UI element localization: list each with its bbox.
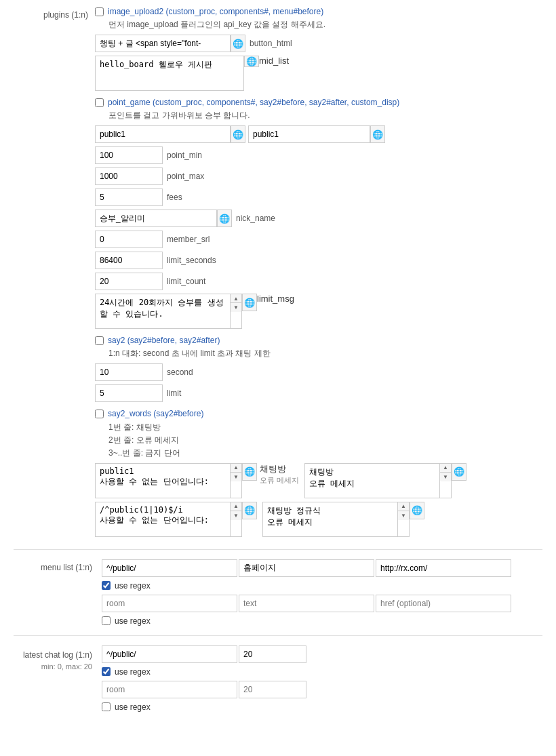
point-game-block: point_game (custom_proc, components#, sa… xyxy=(95,98,542,329)
say2-words-left-top-scroll-down[interactable]: ▼ xyxy=(231,473,241,481)
say2-words-right-bottom-textarea[interactable] xyxy=(262,502,398,537)
say2-words-right-top-textarea[interactable] xyxy=(304,463,440,498)
image-upload2-block: image_upload2 (custom_proc, components#,… xyxy=(95,7,542,91)
limit-seconds-input[interactable] xyxy=(95,252,163,269)
limit-msg-globe[interactable]: 🌐 xyxy=(242,294,257,311)
menu-list-row1-href[interactable] xyxy=(376,559,511,577)
image-upload2-desc: 먼저 image_upload 플러그인의 api_key 값을 설정 해주세요… xyxy=(108,19,542,31)
say2-words-left-bottom-textarea[interactable] xyxy=(95,502,231,537)
say2-checkbox[interactable] xyxy=(95,336,104,345)
menu-list-row1-text[interactable] xyxy=(239,559,374,577)
menu-list-row1-room[interactable] xyxy=(102,559,237,577)
latest-chat-use-regex-label2: use regex xyxy=(115,702,151,712)
member-srl-label: member_srl xyxy=(167,235,210,244)
say2-words-desc: 1번 줄: 채팅방 2번 줄: 오류 메세지 3~..번 줄: 금지 단어 xyxy=(108,421,542,460)
nick-name-label: nick_name xyxy=(236,214,275,223)
menu-list-section: menu list (1:n) use regex use regex xyxy=(14,555,542,630)
menu-list-row2-href[interactable] xyxy=(376,595,511,612)
point-game-public1-input2[interactable] xyxy=(248,125,370,143)
point-game-name: point_game (custom_proc, components#, sa… xyxy=(108,98,399,107)
mid-list-globe[interactable]: 🌐 xyxy=(244,56,259,67)
say2-words-left-bottom-globe[interactable]: 🌐 xyxy=(242,502,257,519)
point-game-public1-globe1[interactable]: 🌐 xyxy=(231,125,245,143)
latest-chat-log-label: latest chat log (1:n) min: 0, max: 20 xyxy=(14,645,102,673)
button-html-label: button_html xyxy=(250,39,292,48)
menu-list-use-regex-label2: use regex xyxy=(115,616,151,626)
point-max-label: point_max xyxy=(167,172,204,181)
fees-input[interactable] xyxy=(95,188,163,206)
fees-label: fees xyxy=(167,193,182,202)
say2-words-checkbox[interactable] xyxy=(95,410,104,418)
point-game-checkbox[interactable] xyxy=(95,98,104,107)
say2-words-right-bottom-globe[interactable]: 🌐 xyxy=(410,502,424,519)
limit-count-input[interactable] xyxy=(95,273,163,290)
limit-msg-label: limit_msg xyxy=(257,294,294,304)
limit-msg-textarea[interactable] xyxy=(95,294,231,329)
latest-chat-use-regex-cb2[interactable] xyxy=(102,702,111,711)
latest-chat-use-regex-label1: use regex xyxy=(115,667,151,677)
say2-second-input[interactable] xyxy=(95,363,163,381)
say2-limit-input[interactable] xyxy=(95,384,163,402)
say2-words-left-top-globe[interactable]: 🌐 xyxy=(242,463,257,481)
mid-list-label: mid_list xyxy=(259,56,289,66)
latest-chat-row2-count[interactable] xyxy=(239,681,306,698)
button-html-input[interactable] xyxy=(95,35,231,52)
member-srl-input[interactable] xyxy=(95,231,163,248)
menu-list-use-regex-label1: use regex xyxy=(115,581,151,591)
say2-words-right-bottom-scroll-up[interactable]: ▲ xyxy=(398,502,409,511)
say2-desc: 1:n 대화: second 초 내에 limit 초과 채팅 제한 xyxy=(108,348,542,359)
say2-words-left-bottom-scroll-down[interactable]: ▼ xyxy=(231,511,241,520)
say2-words-right-bottom-scroll-down[interactable]: ▼ xyxy=(398,511,409,520)
menu-list-label: menu list (1:n) xyxy=(14,559,102,572)
button-html-globe[interactable]: 🌐 xyxy=(231,35,245,52)
latest-chat-log-section: latest chat log (1:n) min: 0, max: 20 us… xyxy=(14,641,542,716)
image-upload2-name: image_upload2 (custom_proc, components#,… xyxy=(108,7,323,16)
point-game-public1-globe2[interactable]: 🌐 xyxy=(370,125,385,143)
say2-name: say2 (say2#before, say2#after) xyxy=(108,336,220,345)
say2-words-name: say2_words (say2#before) xyxy=(108,409,203,418)
point-game-public1-input1[interactable] xyxy=(95,125,231,143)
image-upload2-checkbox[interactable] xyxy=(95,7,104,16)
latest-chat-row1-room[interactable] xyxy=(102,645,237,663)
say2-words-right-top-globe[interactable]: 🌐 xyxy=(452,463,466,481)
nick-name-globe[interactable]: 🌐 xyxy=(217,210,232,227)
limit-seconds-label: limit_seconds xyxy=(167,256,216,265)
say2-second-label: second xyxy=(167,367,193,377)
latest-chat-row1-count[interactable] xyxy=(239,645,306,663)
point-min-input[interactable] xyxy=(95,146,163,164)
say2-words-left-top-scroll-up[interactable]: ▲ xyxy=(231,464,241,473)
plugins-label: plugins (1:n) xyxy=(14,7,95,21)
nick-name-input[interactable] xyxy=(95,210,217,227)
limit-msg-scroll-up[interactable]: ▲ xyxy=(231,294,241,303)
say2-words-left-top-label: 채팅방 오류 메세지 xyxy=(260,463,299,498)
say2-limit-label: limit xyxy=(167,389,181,398)
menu-list-row2-room[interactable] xyxy=(102,595,237,612)
latest-chat-row2-room[interactable] xyxy=(102,681,237,698)
point-max-input[interactable] xyxy=(95,167,163,185)
point-min-label: point_min xyxy=(167,151,202,160)
say2-words-right-top-scroll-down[interactable]: ▼ xyxy=(440,473,451,481)
say2-words-block: say2_words (say2#before) 1번 줄: 채팅방 2번 줄:… xyxy=(95,409,542,537)
menu-list-row2-text[interactable] xyxy=(239,595,374,612)
latest-chat-use-regex-cb1[interactable] xyxy=(102,667,111,676)
mid-list-textarea[interactable] xyxy=(95,56,244,91)
say2-block: say2 (say2#before, say2#after) 1:n 대화: s… xyxy=(95,336,542,402)
say2-words-left-bottom-scroll-up[interactable]: ▲ xyxy=(231,502,241,511)
say2-words-left-top-textarea[interactable] xyxy=(95,463,231,498)
latest-chat-log-sublabel: min: 0, max: 20 xyxy=(14,661,92,673)
menu-list-use-regex-cb1[interactable] xyxy=(102,581,111,590)
limit-msg-scroll-down[interactable]: ▼ xyxy=(231,303,241,312)
limit-count-label: limit_count xyxy=(167,277,205,286)
point-game-desc: 포인트를 걸고 가위바위보 승부 합니다. xyxy=(108,110,542,121)
say2-words-right-top-scroll-up[interactable]: ▲ xyxy=(440,464,451,473)
menu-list-use-regex-cb2[interactable] xyxy=(102,616,111,625)
